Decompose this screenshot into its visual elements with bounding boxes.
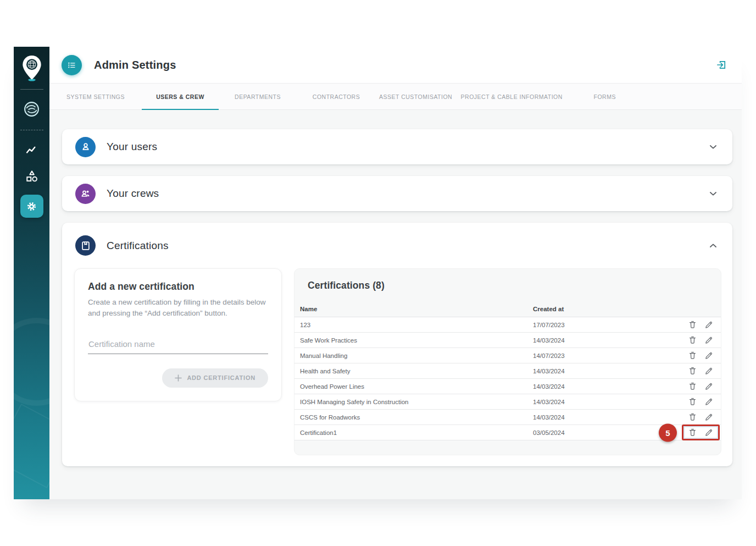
- sidebar-item-brand[interactable]: [19, 97, 44, 122]
- add-panel-description: Create a new certification by filling in…: [88, 297, 268, 319]
- sidebar-item-assets[interactable]: [21, 166, 42, 187]
- cell-name: 123: [300, 322, 533, 328]
- certifications-table-panel: Certifications (8) Name Created at 123: [294, 268, 721, 455]
- cell-created-at: 14/07/2023: [533, 352, 662, 359]
- users-avatar: [75, 137, 96, 157]
- delete-icon[interactable]: [688, 366, 697, 376]
- table-row: Manual Handling 14/07/2023: [294, 348, 721, 363]
- edit-icon[interactable]: [704, 428, 714, 437]
- tab[interactable]: FORMS: [568, 84, 642, 109]
- cell-name: IOSH Managing Safety in Construction: [300, 399, 533, 405]
- row-actions: [682, 348, 720, 363]
- sidebar-item-analytics[interactable]: [21, 140, 42, 161]
- add-certification-button[interactable]: ADD CERTIFICATION: [162, 368, 268, 388]
- tab[interactable]: DEPARTMENTS: [219, 84, 297, 109]
- table-row: CSCS for Roadworks 14/03/2024: [294, 410, 721, 425]
- row-actions: [682, 394, 720, 410]
- tab[interactable]: CONTRACTORS: [297, 84, 376, 109]
- swirl-globe-icon: [23, 100, 41, 118]
- tab[interactable]: PROJECT & CABLE INFORMATION: [455, 84, 568, 109]
- trend-line-icon: [24, 143, 39, 158]
- chevron-down-icon: [707, 187, 719, 200]
- edit-icon[interactable]: [704, 382, 714, 391]
- table-row: 123 17/07/2023: [294, 317, 721, 333]
- delete-icon[interactable]: [688, 351, 697, 360]
- cell-name: Safe Work Practices: [300, 337, 533, 344]
- certification-name-input[interactable]: [88, 337, 268, 354]
- person-icon: [80, 141, 92, 153]
- plus-icon: [175, 374, 182, 382]
- sidebar-item-settings[interactable]: [20, 195, 43, 218]
- app-logo: [20, 52, 43, 84]
- add-panel-title: Add a new certification: [88, 281, 268, 293]
- certifications-count-title: Certifications (8): [294, 269, 721, 301]
- gear-icon: [26, 201, 37, 212]
- main-area: Admin Settings SYSTEM SETTINGS USERS & C…: [49, 47, 742, 499]
- section-title: Your users: [107, 141, 157, 153]
- certifications-avatar: [75, 235, 96, 256]
- edit-icon[interactable]: [704, 412, 714, 422]
- table-row: Certification1 03/05/2024 5: [294, 425, 721, 440]
- delete-icon[interactable]: [688, 382, 697, 391]
- exit-button[interactable]: [712, 58, 731, 71]
- table-header: Name Created at: [294, 301, 721, 317]
- row-actions: [682, 332, 720, 348]
- exit-icon: [715, 59, 727, 71]
- divider: [20, 130, 43, 130]
- shapes-icon: [24, 169, 39, 184]
- map-pin-globe-icon: [20, 54, 43, 82]
- add-certification-button-label: ADD CERTIFICATION: [187, 374, 255, 381]
- section-your-users[interactable]: Your users: [62, 129, 732, 164]
- menu-button[interactable]: [62, 55, 82, 75]
- cell-name: Manual Handling: [300, 352, 533, 359]
- edit-icon[interactable]: [704, 320, 714, 329]
- tab[interactable]: USERS & CREW: [142, 84, 219, 109]
- group-icon: [80, 187, 92, 200]
- tab-bar: SYSTEM SETTINGS USERS & CREW DEPARTMENTS…: [49, 83, 742, 110]
- tab[interactable]: ASSET CUSTOMISATION: [376, 84, 455, 109]
- delete-icon[interactable]: [688, 320, 697, 329]
- divider: [20, 89, 43, 90]
- section-your-crews[interactable]: Your crews: [62, 176, 732, 211]
- cell-created-at: 14/03/2024: [533, 337, 662, 344]
- table-row: IOSH Managing Safety in Construction 14/…: [294, 394, 721, 410]
- delete-icon[interactable]: [688, 397, 697, 406]
- tab[interactable]: SYSTEM SETTINGS: [49, 84, 142, 109]
- delete-icon[interactable]: [688, 335, 697, 345]
- section-certifications: Certifications Add a new certification C…: [62, 223, 732, 466]
- list-menu-icon: [66, 60, 77, 70]
- edit-icon[interactable]: [704, 366, 714, 376]
- row-actions: [682, 409, 720, 425]
- row-actions: [682, 378, 720, 394]
- book-icon: [80, 240, 92, 252]
- annotation-badge: 5: [659, 423, 677, 442]
- cell-created-at: 14/03/2024: [533, 383, 662, 390]
- sidebar: [14, 47, 49, 499]
- row-actions: [682, 363, 720, 379]
- cell-created-at: 03/05/2024: [533, 429, 662, 436]
- chevron-down-icon: [707, 141, 719, 153]
- edit-icon[interactable]: [704, 335, 714, 345]
- page-title: Admin Settings: [94, 59, 176, 71]
- edit-icon[interactable]: [704, 397, 714, 406]
- certifications-table-body: 123 17/07/2023: [294, 317, 721, 440]
- section-title: Your crews: [107, 187, 159, 200]
- cell-created-at: 14/03/2024: [533, 368, 662, 374]
- certifications-header[interactable]: Certifications: [62, 223, 732, 267]
- row-actions: 5: [682, 424, 720, 440]
- table-row: Safe Work Practices 14/03/2024: [294, 333, 721, 348]
- topbar: Admin Settings: [49, 47, 742, 83]
- delete-icon[interactable]: [688, 412, 697, 422]
- cell-name: Certification1: [300, 429, 533, 436]
- delete-icon[interactable]: [688, 428, 697, 437]
- column-header-created-at: Created at: [533, 306, 662, 312]
- app-window: Admin Settings SYSTEM SETTINGS USERS & C…: [14, 47, 742, 499]
- edit-icon[interactable]: [704, 351, 714, 360]
- cell-name: CSCS for Roadworks: [300, 414, 533, 421]
- section-title: Certifications: [107, 240, 169, 252]
- table-row: Overhead Power Lines 14/03/2024: [294, 379, 721, 394]
- table-row: Health and Safety 14/03/2024: [294, 363, 721, 379]
- row-actions: [682, 317, 720, 333]
- crews-avatar: [75, 184, 96, 204]
- column-header-name: Name: [300, 306, 533, 312]
